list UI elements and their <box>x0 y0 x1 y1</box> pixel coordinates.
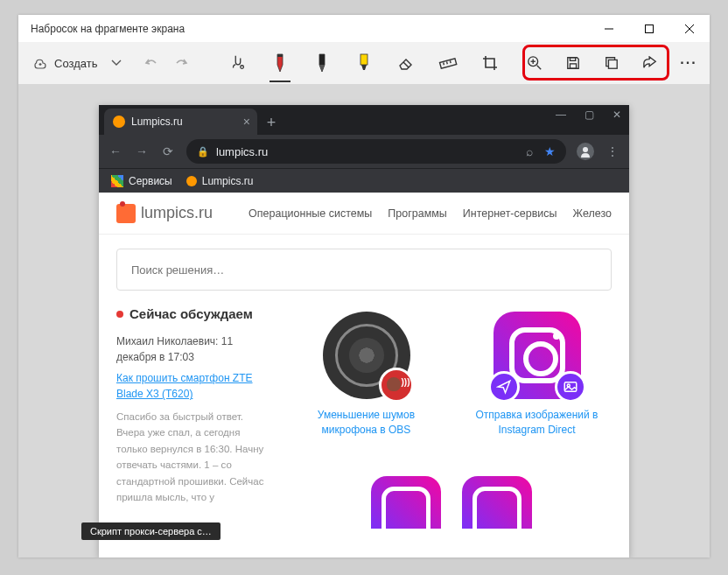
tab-favicon-icon <box>113 116 125 128</box>
svg-line-12 <box>447 61 448 64</box>
instagram-icon <box>494 312 581 399</box>
svg-rect-1 <box>646 25 654 32</box>
article-title: Уменьшение шумов микрофона в OBS <box>305 408 428 438</box>
profile-avatar[interactable] <box>577 143 594 160</box>
save-button[interactable] <box>561 51 585 75</box>
bookmark-lumpics[interactable]: Lumpics.ru <box>186 175 254 187</box>
instagram-icon-partial <box>371 476 441 529</box>
window-controls <box>589 15 710 42</box>
svg-line-9 <box>403 62 409 67</box>
article-link[interactable]: Как прошить смартфон ZTE Blade X3 (T620) <box>116 370 274 402</box>
create-label: Создать <box>54 57 97 70</box>
svg-rect-7 <box>277 54 283 57</box>
search-icon-addr[interactable]: ⌕ <box>522 144 537 158</box>
noise-badge-icon <box>379 368 414 403</box>
crop-tool[interactable] <box>478 49 502 77</box>
zoom-button[interactable] <box>522 51 547 75</box>
search-box[interactable] <box>116 249 612 291</box>
create-button[interactable]: Создать <box>27 52 102 74</box>
minimize-button[interactable] <box>589 15 629 42</box>
proxy-tooltip: Скрипт прокси-сервера с… <box>81 522 220 540</box>
tab-title: Lumpics.ru <box>131 116 183 128</box>
redo-button[interactable] <box>171 53 192 74</box>
close-button[interactable] <box>669 15 710 42</box>
ballpoint-pen-tool[interactable] <box>268 49 292 77</box>
toolbar: Создать ··· <box>18 42 710 84</box>
share-button[interactable] <box>638 51 662 75</box>
obs-icon <box>323 312 410 399</box>
window-title: Набросок на фрагменте экрана <box>31 23 185 35</box>
nav-item-internet[interactable]: Интернет-сервисы <box>463 207 557 220</box>
url-text: lumpics.ru <box>216 145 514 158</box>
nav-item-programs[interactable]: Программы <box>388 207 447 220</box>
snip-sketch-window: Набросок на фрагменте экрана Создать <box>18 15 710 557</box>
apps-grid-icon <box>111 175 123 187</box>
more-button[interactable]: ··· <box>676 51 701 75</box>
article-card[interactable]: Уменьшение шумов микрофона в OBS <box>305 312 428 438</box>
br-maximize-icon[interactable]: ▢ <box>580 109 598 121</box>
ruler-tool[interactable] <box>436 49 460 77</box>
canvas-area: Lumpics.ru × + — ▢ ✕ ← → ⟳ 🔒 <box>18 84 710 557</box>
highlighter-tool[interactable] <box>352 49 376 77</box>
logo-icon <box>116 204 136 223</box>
reload-icon[interactable]: ⟳ <box>160 144 176 158</box>
article-title: Отправка изображений в Instagram Direct <box>476 408 598 438</box>
new-tab-button[interactable]: + <box>259 110 284 135</box>
pencil-tool[interactable] <box>310 49 334 77</box>
titlebar: Набросок на фрагменте экрана <box>18 15 710 42</box>
eraser-tool[interactable] <box>394 49 418 77</box>
site-logo[interactable]: lumpics.ru <box>116 204 213 223</box>
svg-rect-18 <box>570 64 576 68</box>
svg-rect-19 <box>570 58 575 61</box>
discuss-sidebar: Сейчас обсуждаем Михаил Николаевич: 11 д… <box>116 306 274 529</box>
undo-button[interactable] <box>141 53 162 74</box>
lock-icon: 🔒 <box>197 146 209 158</box>
tools-center <box>226 49 502 77</box>
red-dot-icon <box>116 311 123 318</box>
comment-text: Спасибо за быстрый ответ. Вчера уже спал… <box>116 409 274 505</box>
forward-icon[interactable]: → <box>134 144 150 158</box>
site-favicon-icon <box>186 176 197 186</box>
captured-browser: Lumpics.ru × + — ▢ ✕ ← → ⟳ 🔒 <box>99 105 629 557</box>
br-minimize-icon[interactable]: — <box>552 109 570 121</box>
image-badge-icon <box>555 371 586 403</box>
article-card[interactable]: Отправка изображений в Instagram Direct <box>476 312 598 438</box>
copy-button[interactable] <box>599 51 624 75</box>
maximize-button[interactable] <box>629 15 669 42</box>
svg-rect-20 <box>608 60 617 68</box>
articles-grid: Уменьшение шумов микрофона в OBS Отправк… <box>291 306 612 529</box>
send-badge-icon <box>488 371 520 403</box>
discuss-heading: Сейчас обсуждаем <box>116 306 274 321</box>
svg-line-15 <box>537 66 542 70</box>
create-dropdown[interactable] <box>104 51 129 75</box>
bookmark-services[interactable]: Сервисы <box>111 175 172 187</box>
nav-menu: Операционные системы Программы Интернет-… <box>248 207 612 220</box>
instagram-icon-partial <box>462 476 532 529</box>
tab-close-icon[interactable]: × <box>243 115 250 129</box>
svg-point-6 <box>241 66 244 69</box>
bookmark-star-icon[interactable]: ★ <box>544 144 556 158</box>
menu-icon[interactable]: ⋮ <box>605 144 620 158</box>
svg-rect-8 <box>360 54 368 65</box>
browser-tab[interactable]: Lumpics.ru × <box>104 109 257 135</box>
br-close-icon[interactable]: ✕ <box>608 109 626 121</box>
svg-line-11 <box>444 62 444 65</box>
comment-author: Михаил Николаевич: 11 декабря в 17:03 <box>116 333 274 365</box>
svg-point-21 <box>583 147 588 152</box>
svg-rect-10 <box>440 59 457 68</box>
nav-item-hardware[interactable]: Железо <box>573 207 612 220</box>
touch-writing-tool[interactable] <box>226 49 250 77</box>
svg-line-13 <box>450 60 451 63</box>
logo-text: lumpics.ru <box>141 204 213 222</box>
nav-item-os[interactable]: Операционные системы <box>248 207 372 220</box>
back-icon[interactable]: ← <box>108 144 123 158</box>
address-bar[interactable]: 🔒 lumpics.ru ⌕ ★ <box>186 139 566 164</box>
page-content: lumpics.ru Операционные системы Программ… <box>99 193 629 557</box>
search-input[interactable] <box>131 263 597 277</box>
